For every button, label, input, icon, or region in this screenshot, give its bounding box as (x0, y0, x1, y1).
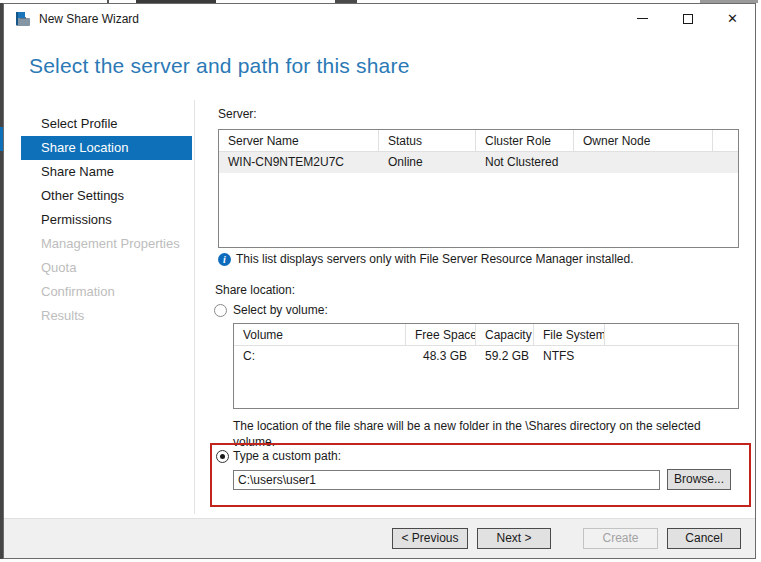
column-header-spacer (605, 324, 738, 345)
create-button: Create (583, 528, 658, 549)
sidebar-divider (194, 100, 195, 514)
info-icon: i (218, 253, 231, 266)
window-title: New Share Wizard (39, 12, 139, 26)
cell-owner-node (574, 152, 713, 173)
step-confirmation: Confirmation (4, 280, 194, 304)
wizard-footer: < Previous Next > Create Cancel (4, 518, 755, 558)
server-label: Server: (218, 107, 257, 121)
step-share-location[interactable]: Share Location (21, 136, 192, 160)
select-by-volume-label[interactable]: Select by volume: (233, 303, 328, 317)
column-header-file-system[interactable]: File System (534, 324, 605, 345)
select-by-volume-radio[interactable] (214, 304, 227, 317)
cancel-button[interactable]: Cancel (667, 528, 741, 549)
server-info-text: This list displays servers only with Fil… (236, 252, 633, 266)
cell-server-name: WIN-CN9NTEM2U7C (219, 152, 379, 173)
cell-free-space: 48.3 GB (406, 346, 476, 367)
wizard-app-icon (15, 11, 31, 27)
minimize-icon (637, 18, 648, 19)
custom-path-label[interactable]: Type a custom path: (233, 449, 341, 463)
cell-file-system: NTFS (534, 346, 605, 367)
cell-cluster-role: Not Clustered (476, 152, 574, 173)
column-header-free-space[interactable]: Free Space (406, 324, 476, 345)
column-header-owner-node[interactable]: Owner Node (574, 130, 713, 151)
server-table-header: Server Name Status Cluster Role Owner No… (219, 130, 738, 152)
server-table: Server Name Status Cluster Role Owner No… (218, 129, 739, 248)
cell-capacity: 59.2 GB (476, 346, 534, 367)
new-share-wizard-dialog: New Share Wizard ✕ Select the server and… (3, 3, 756, 559)
maximize-button[interactable] (665, 4, 710, 33)
step-other-settings[interactable]: Other Settings (4, 184, 194, 208)
step-permissions[interactable]: Permissions (4, 208, 194, 232)
volume-table-header: Volume Free Space Capacity File System (234, 324, 738, 346)
server-table-row[interactable]: WIN-CN9NTEM2U7C Online Not Clustered (219, 152, 738, 173)
close-button[interactable]: ✕ (710, 4, 755, 33)
cell-spacer (713, 152, 738, 173)
step-results: Results (4, 304, 194, 328)
title-bar[interactable]: New Share Wizard ✕ (4, 4, 755, 34)
volume-table: Volume Free Space Capacity File System C… (233, 323, 739, 409)
step-share-name[interactable]: Share Name (4, 160, 194, 184)
share-location-note: The location of the file share will be a… (233, 418, 738, 450)
step-select-profile[interactable]: Select Profile (4, 112, 194, 136)
step-quota: Quota (4, 256, 194, 280)
next-button[interactable]: Next > (477, 528, 551, 549)
minimize-button[interactable] (620, 4, 665, 33)
custom-path-radio[interactable] (216, 450, 229, 463)
page-title: Select the server and path for this shar… (29, 54, 410, 78)
cell-spacer (605, 346, 738, 367)
maximize-icon (683, 14, 693, 24)
column-header-capacity[interactable]: Capacity (476, 324, 534, 345)
column-header-status[interactable]: Status (379, 130, 476, 151)
column-header-volume[interactable]: Volume (234, 324, 406, 345)
cell-status: Online (379, 152, 476, 173)
column-header-spacer (713, 130, 738, 151)
screen: New Share Wizard ✕ Select the server and… (0, 0, 761, 562)
browse-button[interactable]: Browse... (667, 469, 731, 490)
cell-volume: C: (234, 346, 406, 367)
share-location-label: Share location: (215, 283, 295, 297)
volume-table-row[interactable]: C: 48.3 GB 59.2 GB NTFS (234, 346, 738, 367)
close-icon: ✕ (727, 12, 738, 25)
wizard-steps-sidebar: Select Profile Share Location Share Name… (4, 112, 194, 328)
column-header-server-name[interactable]: Server Name (219, 130, 379, 151)
previous-button[interactable]: < Previous (392, 528, 468, 549)
custom-path-input[interactable] (233, 470, 660, 490)
step-management-properties: Management Properties (4, 232, 194, 256)
column-header-cluster-role[interactable]: Cluster Role (476, 130, 574, 151)
